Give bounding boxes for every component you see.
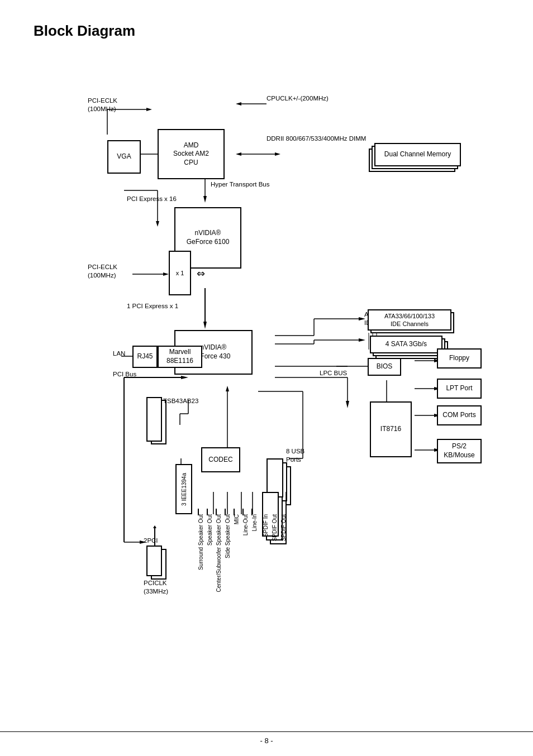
svg-marker-16	[203, 322, 207, 329]
usb-ports-label: 8 USBPorts	[286, 447, 304, 464]
rj45-box: RJ45	[132, 346, 158, 368]
arrow-2pci	[149, 525, 160, 548]
subwoofer-label: Center/Subwoofer Speaker Out	[216, 514, 222, 592]
double-arrow-pci: ⇔	[197, 267, 205, 280]
ddrii-label: DDRII 800/667/533/400MHz DIMM	[266, 135, 366, 143]
lpc-bus-label: LPC BUS	[320, 369, 347, 377]
svg-marker-4	[236, 102, 241, 106]
footer-page-number: - 8 -	[260, 736, 273, 745]
pciclk-label: PCICLK(33MHz)	[144, 579, 168, 596]
codec-label: CODEC	[208, 456, 232, 465]
lpt-port-box: LPT Port	[437, 379, 482, 399]
rj45-label: RJ45	[137, 352, 153, 361]
page: Block Diagram	[0, 0, 533, 756]
floppy-label: Floppy	[449, 354, 469, 363]
hyper-transport-label: Hyper Transport Bus	[211, 180, 269, 189]
pcieclk-label-2: PCI-ECLK(100MHz)	[88, 263, 117, 280]
pci-x1-label: x 1	[176, 269, 184, 277]
spdif-out2-label: SPDIF Out	[280, 514, 287, 541]
dual-channel-memory-label: Dual Channel Memory	[384, 150, 451, 159]
it8716-box: IT8716	[370, 401, 412, 457]
line-out-label: Line-Out	[242, 514, 249, 535]
ide-box: ATA33/66/100/133IDE Channels	[368, 309, 451, 331]
ide-label: ATA33/66/100/133IDE Channels	[384, 312, 435, 328]
com-ports-label: COM Ports	[442, 411, 475, 420]
marvell-label: Marvell88E1116	[166, 348, 193, 365]
bios-box: BIOS	[368, 358, 401, 376]
svg-marker-56	[359, 338, 365, 342]
speaker-out-label: Speaker Out	[207, 514, 213, 546]
svg-marker-6	[275, 152, 280, 156]
pcieclk-label-1: PCI-ECLK(100MHz)	[88, 97, 117, 113]
lan-label: LAN	[113, 350, 125, 358]
svg-marker-2	[146, 108, 152, 111]
svg-marker-37	[346, 401, 349, 408]
bios-label: BIOS	[377, 362, 393, 371]
diagram-container: PCI-ECLK(100MHz) AMDSocket AM2CPU CPUCLK…	[35, 56, 498, 671]
com-ports-box: COM Ports	[437, 405, 482, 425]
mic-label: MIC	[234, 514, 240, 524]
vga-box: VGA	[107, 140, 141, 174]
svg-marker-75	[153, 525, 156, 528]
line-in-label: Line-In	[251, 514, 258, 532]
spdif-out-label: SPDIF Out	[272, 514, 278, 541]
side-speaker-label: Side Speaker Out	[225, 514, 231, 558]
lpt-port-label: LPT Port	[446, 384, 472, 393]
ps2-box: PS/2KB/Mouse	[437, 439, 482, 463]
svg-marker-18	[163, 272, 169, 276]
svg-marker-14	[156, 221, 159, 227]
ieee1394-label: 3 IEEE1394a	[180, 473, 188, 506]
ps2-label: PS/2KB/Mouse	[444, 442, 474, 460]
codec-box: CODEC	[201, 447, 240, 472]
svg-marker-9	[203, 196, 207, 203]
marvell-box: Marvell88E1116	[158, 346, 202, 368]
ieee1394-box: 3 IEEE1394a	[175, 464, 192, 514]
pci-express-16-label: PCI Express x 16	[127, 195, 177, 203]
dual-channel-memory-box: Dual Channel Memory	[374, 143, 461, 166]
cpu-box: AMDSocket AM2CPU	[158, 129, 225, 179]
floppy-box: Floppy	[437, 348, 482, 369]
page-footer: - 8 -	[0, 731, 533, 745]
cpuclk-label: CPUCLK+/-(200MHz)	[266, 94, 329, 103]
pci-express-1-label: 1 PCI Express x 1	[127, 302, 178, 310]
svg-marker-28	[181, 376, 188, 379]
surround-speaker-label: Surround Speaker Out	[198, 514, 204, 570]
vga-label: VGA	[117, 152, 131, 161]
page-title: Block Diagram	[34, 22, 499, 40]
svg-marker-58	[226, 386, 229, 391]
sata-label: 4 SATA 3Gb/s	[386, 340, 427, 349]
tsb-label: TSB43AB23	[163, 397, 198, 405]
pci-x1-box: x 1	[169, 251, 191, 295]
svg-marker-7	[236, 152, 241, 156]
sata-box: 4 SATA 3Gb/s	[370, 336, 442, 353]
pci-bus-label: PCI Bus	[113, 370, 136, 379]
nvidia-geforce-label: nVIDIA®GeForce 6100	[187, 229, 230, 246]
cpu-label: AMDSocket AM2CPU	[173, 141, 209, 168]
spdif-in-label: SPDIF In	[263, 514, 269, 537]
it8716-label: IT8716	[380, 425, 401, 434]
